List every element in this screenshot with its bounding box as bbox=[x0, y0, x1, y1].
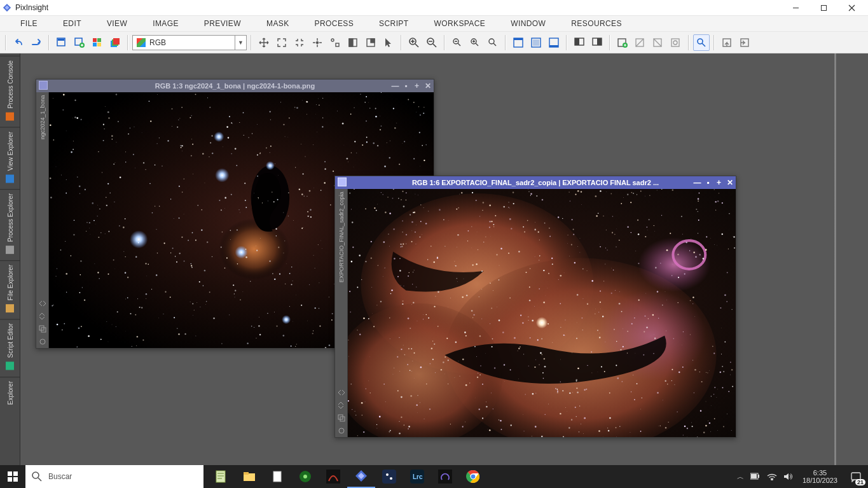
dock-file-explorer[interactable]: File Explorer bbox=[0, 260, 20, 319]
menu-mask[interactable]: MASK bbox=[254, 16, 302, 31]
mask-a-button[interactable] bbox=[510, 34, 527, 51]
process-g2-button[interactable] bbox=[650, 34, 666, 51]
copy-icon[interactable] bbox=[338, 414, 345, 422]
copy-icon[interactable] bbox=[39, 325, 46, 333]
window-minimize-button[interactable] bbox=[782, 0, 809, 15]
export-a-button[interactable] bbox=[719, 34, 735, 51]
svg-point-403 bbox=[199, 281, 200, 282]
taskbar-app1-icon[interactable] bbox=[291, 465, 319, 488]
undo-button[interactable] bbox=[10, 34, 27, 51]
taskbar-lightroom-icon[interactable]: Lrc bbox=[403, 465, 431, 488]
center-tool-button[interactable] bbox=[309, 34, 326, 51]
target-icon[interactable] bbox=[338, 427, 345, 435]
taskbar-app3-icon[interactable] bbox=[375, 465, 403, 488]
zoom-in-button[interactable] bbox=[406, 34, 422, 51]
dock-view-explorer[interactable]: View Explorer bbox=[0, 127, 20, 190]
window-close-button[interactable] bbox=[837, 0, 865, 15]
svg-point-226 bbox=[229, 116, 230, 117]
screen-b-button[interactable] bbox=[589, 34, 605, 51]
taskbar-notepad-icon[interactable] bbox=[207, 465, 235, 488]
find-button[interactable] bbox=[693, 34, 710, 51]
cursor-button[interactable] bbox=[380, 34, 397, 51]
process-g3-button[interactable] bbox=[668, 34, 684, 51]
menu-window[interactable]: WINDOW bbox=[498, 16, 558, 31]
new-image-button[interactable] bbox=[53, 34, 70, 51]
workspace[interactable]: Process Console View Explorer Process Ex… bbox=[0, 53, 868, 465]
taskbar-pixinsight-icon[interactable] bbox=[347, 465, 375, 488]
win-shade-icon[interactable]: ▪ bbox=[703, 178, 713, 188]
svg-point-938 bbox=[668, 422, 669, 422]
taskbar-explorer-icon[interactable] bbox=[235, 465, 263, 488]
wifi-icon[interactable] bbox=[767, 473, 777, 480]
menu-edit[interactable]: EDIT bbox=[50, 16, 94, 31]
taskbar-search[interactable]: Buscar bbox=[25, 465, 203, 488]
menu-view[interactable]: VIEW bbox=[94, 16, 140, 31]
dock-explorer[interactable]: Explorer bbox=[0, 377, 20, 411]
process-g1-button[interactable] bbox=[632, 34, 649, 51]
win-maximize-icon[interactable]: + bbox=[412, 81, 422, 91]
taskbar-app4-icon[interactable] bbox=[431, 465, 459, 488]
image-viewport[interactable] bbox=[348, 189, 736, 437]
new-image-plus-button[interactable] bbox=[71, 34, 88, 51]
win-shade-icon[interactable]: ▪ bbox=[401, 81, 411, 91]
battery-icon[interactable] bbox=[750, 473, 761, 480]
mask-b-button[interactable] bbox=[528, 34, 544, 51]
notifications-button[interactable]: 21 bbox=[848, 468, 864, 485]
right-panel-handle[interactable] bbox=[834, 53, 836, 465]
win-maximize-icon[interactable]: + bbox=[714, 178, 724, 188]
image-window-titlebar[interactable]: RGB 1:3 ngc2024_1_bona | ngc2024-1-bona.… bbox=[36, 80, 434, 92]
zoom-actual-button[interactable] bbox=[467, 34, 483, 51]
collapse-icon[interactable] bbox=[338, 389, 345, 396]
win-minimize-icon[interactable]: — bbox=[692, 178, 702, 188]
menu-process[interactable]: PROCESS bbox=[302, 16, 366, 31]
channel-grid-button[interactable] bbox=[89, 34, 106, 51]
expand-icon[interactable] bbox=[39, 312, 46, 320]
svg-point-1014 bbox=[541, 338, 542, 339]
fit-inside-button[interactable] bbox=[291, 34, 308, 51]
menu-resources[interactable]: RESOURCES bbox=[558, 16, 635, 31]
dock-process-console[interactable]: Process Console bbox=[0, 56, 20, 127]
win-minimize-icon[interactable]: — bbox=[390, 81, 400, 91]
menu-workspace[interactable]: WORKSPACE bbox=[422, 16, 499, 31]
menu-preview[interactable]: PREVIEW bbox=[191, 16, 254, 31]
menu-image[interactable]: IMAGE bbox=[140, 16, 191, 31]
app-title-bar: PixInsight bbox=[0, 0, 868, 15]
menu-script[interactable]: SCRIPT bbox=[366, 16, 421, 31]
image-window-sadr2[interactable]: RGB 1:6 EXPORTACIO_FINAL_sadr2_copia | E… bbox=[334, 176, 736, 438]
channel-stack-button[interactable] bbox=[107, 34, 123, 51]
dock-script-editor[interactable]: Script Editor bbox=[0, 319, 20, 376]
taskbar-chrome-icon[interactable] bbox=[459, 465, 487, 488]
start-button[interactable] bbox=[0, 465, 25, 488]
screen-a-button[interactable] bbox=[571, 34, 588, 51]
corner-view-button[interactable] bbox=[362, 34, 379, 51]
win-close-icon[interactable]: ✕ bbox=[725, 178, 734, 188]
process-add-button[interactable] bbox=[614, 34, 631, 51]
svg-point-1137 bbox=[714, 387, 715, 388]
expand-icon[interactable] bbox=[338, 401, 345, 409]
export-b-button[interactable] bbox=[736, 34, 753, 51]
collapse-icon[interactable] bbox=[39, 300, 46, 307]
redo-button[interactable] bbox=[28, 34, 45, 51]
pointer-tool-button[interactable] bbox=[327, 34, 343, 51]
taskbar-document-icon[interactable] bbox=[263, 465, 291, 488]
half-view-button[interactable] bbox=[345, 34, 361, 51]
tray-chevron-icon[interactable]: ︿ bbox=[737, 472, 744, 482]
image-window-titlebar[interactable]: RGB 1:6 EXPORTACIO_FINAL_sadr2_copia | E… bbox=[335, 176, 736, 189]
dock-process-explorer[interactable]: Process Explorer bbox=[0, 189, 20, 260]
zoom-in-small-button[interactable] bbox=[449, 34, 465, 51]
mask-c-button[interactable] bbox=[546, 34, 562, 51]
svg-point-154 bbox=[260, 238, 261, 239]
move-tool-button[interactable] bbox=[256, 34, 272, 51]
volume-icon[interactable] bbox=[783, 472, 792, 481]
channel-selector[interactable]: RGB ▼ bbox=[132, 35, 247, 50]
taskbar-app2-icon[interactable] bbox=[319, 465, 347, 488]
menu-file[interactable]: FILE bbox=[8, 16, 50, 31]
svg-point-501 bbox=[320, 190, 322, 191]
win-close-icon[interactable]: ✕ bbox=[423, 81, 432, 91]
zoom-out-button[interactable] bbox=[424, 34, 440, 51]
zoom-fit-button[interactable] bbox=[485, 34, 501, 51]
window-maximize-button[interactable] bbox=[809, 0, 837, 15]
target-icon[interactable] bbox=[39, 338, 46, 345]
fit-window-button[interactable] bbox=[273, 34, 290, 51]
taskbar-clock[interactable]: 6:35 18/10/2023 bbox=[799, 469, 841, 484]
